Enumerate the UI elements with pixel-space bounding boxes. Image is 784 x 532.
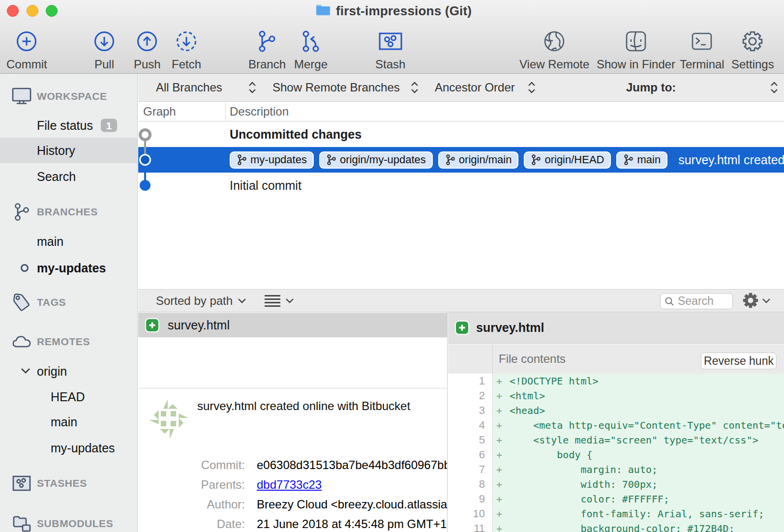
branch-pill-origin-my-updates[interactable]: origin/my-updates <box>319 151 433 169</box>
fetch-icon <box>176 27 197 56</box>
sidebar-section-stashes: STASHES <box>0 471 137 496</box>
remote-filter-stepper-icon[interactable] <box>410 74 420 101</box>
tags-icon <box>12 292 31 313</box>
diff-line[interactable]: 3 +<head> <box>448 403 784 418</box>
gear-icon <box>742 292 759 309</box>
commit-graph <box>138 121 158 198</box>
merge-button[interactable]: Merge <box>294 27 328 71</box>
jump-to-stepper-icon[interactable] <box>769 74 779 101</box>
commit-list: Uncommitted changes my-updates origin/my <box>138 121 784 289</box>
terminal-button[interactable]: Terminal <box>680 27 724 71</box>
sidebar-section-workspace: WORKSPACE <box>0 84 137 109</box>
commit-date-row: Date: 21 June 2018 at 4:45:48 pm GMT+10:… <box>138 514 447 532</box>
diff-line[interactable]: 9 + color: #FFFFFF; <box>448 492 784 506</box>
hunk-header: File contents Reverse hunk <box>448 344 784 374</box>
sidebar-item-branch-main[interactable]: main <box>0 229 137 254</box>
titlebar: first-impressions (Git) <box>0 0 784 22</box>
commit-hash-row: Commit: e06308d31513ba7be44b3df60967bb03… <box>138 455 447 475</box>
commit-row-selected[interactable]: my-updates origin/my-updates origin/main <box>138 147 784 173</box>
sort-dropdown[interactable]: Sorted by path <box>156 294 246 308</box>
settings-button[interactable]: Settings <box>731 27 774 71</box>
sidebar-item-file-status[interactable]: File status 1 <box>0 113 137 138</box>
remote-filter-dropdown[interactable]: Show Remote Branches <box>272 74 400 101</box>
commit-detail-title: survey.html created online with Bitbucke… <box>197 399 410 413</box>
chevron-down-icon[interactable] <box>21 367 30 376</box>
filter-bar: All Branches Show Remote Branches Ancest… <box>138 74 784 102</box>
diff-line[interactable]: 2 +<html> <box>448 388 784 403</box>
column-divider[interactable] <box>225 103 226 120</box>
diff-line[interactable]: 6 + body { <box>448 447 784 462</box>
push-button[interactable]: Push <box>134 27 161 71</box>
file-search-box[interactable] <box>660 293 733 309</box>
bottom-panes: survey.html <box>138 312 784 532</box>
branch-pill-main[interactable]: main <box>616 151 667 169</box>
jump-to-label: Jump to: <box>626 74 676 101</box>
commit-row-uncommitted[interactable]: Uncommitted changes <box>138 121 784 147</box>
fetch-button[interactable]: Fetch <box>172 27 201 71</box>
column-description[interactable]: Description <box>230 102 289 121</box>
workspace-icon <box>12 88 31 105</box>
commit-message: survey.html created online with Bitbucke… <box>678 153 784 167</box>
window-header: first-impressions (Git) Commit Pull <box>0 0 784 74</box>
terminal-icon <box>691 27 713 56</box>
branch-pill-my-updates[interactable]: my-updates <box>230 151 314 169</box>
sidebar-section-remotes: REMOTES <box>0 329 137 355</box>
diff-line[interactable]: 4 + <meta http-equiv="Content-Type" cont… <box>448 418 784 433</box>
stashes-icon <box>12 475 31 492</box>
sidebar-item-branch-my-updates[interactable]: my-updates <box>0 255 137 281</box>
file-list-item[interactable]: survey.html <box>138 313 447 337</box>
commit-parents-row: Parents: dbd7733c23 <box>138 475 447 495</box>
sidebar-item-history[interactable]: History <box>0 138 137 163</box>
list-icon <box>264 295 281 307</box>
sidebar-section-branches: BRANCHES <box>0 199 137 225</box>
reverse-hunk-button[interactable]: Reverse hunk <box>701 353 777 369</box>
close-button[interactable] <box>7 5 19 17</box>
parent-commit-link[interactable]: dbd7733c23 <box>257 478 322 491</box>
sidebar-item-search[interactable]: Search <box>0 164 137 189</box>
author-avatar <box>147 397 190 441</box>
diff-line[interactable]: 10 + font-family: Arial, sans-serif; <box>448 506 784 521</box>
diff-line[interactable]: 1 +<!DOCTYPE html> <box>448 374 784 388</box>
commit-button[interactable]: Commit <box>6 27 47 71</box>
diff-line[interactable]: 5 + <style media="screen" type="text/css… <box>448 433 784 447</box>
column-graph[interactable]: Graph <box>143 102 176 121</box>
branch-filter-stepper-icon[interactable] <box>247 74 257 101</box>
toolbar: Commit Pull Push <box>0 22 784 73</box>
show-in-finder-button[interactable]: Show in Finder <box>597 27 675 71</box>
current-branch-icon <box>21 264 29 272</box>
minimize-button[interactable] <box>27 5 38 17</box>
view-remote-button[interactable]: View Remote <box>519 27 589 71</box>
sidebar-item-origin-main[interactable]: main <box>0 409 137 435</box>
gutter-divider <box>492 344 493 532</box>
gear-icon <box>742 27 763 56</box>
sidebar-item-origin-head[interactable]: HEAD <box>0 384 137 410</box>
finder-icon <box>625 27 647 56</box>
branch-filter-dropdown[interactable]: All Branches <box>156 74 222 101</box>
sidebar: WORKSPACE File status 1 History Search B… <box>0 74 138 532</box>
sidebar-section-tags: TAGS <box>0 290 137 315</box>
diff-line[interactable]: 8 + width: 700px; <box>448 477 784 492</box>
diff-options-button[interactable] <box>742 292 771 309</box>
order-filter-stepper-icon[interactable] <box>527 74 537 101</box>
branch-button[interactable]: Branch <box>248 27 286 71</box>
diff-file-header[interactable]: survey.html <box>448 312 784 344</box>
branch-pill-origin-main[interactable]: origin/main <box>438 151 519 169</box>
stash-button[interactable]: Stash <box>375 27 405 71</box>
submodules-icon <box>12 514 31 532</box>
zoom-button[interactable] <box>46 5 58 17</box>
file-added-icon <box>145 318 159 332</box>
diff-line[interactable]: 7 + margin: auto; <box>448 462 784 477</box>
merge-icon <box>299 27 323 56</box>
sidebar-item-origin[interactable]: origin <box>0 358 137 384</box>
chevron-down-icon <box>285 298 294 303</box>
view-options-dropdown[interactable] <box>264 295 294 307</box>
branch-pill-origin-head[interactable]: origin/HEAD <box>524 151 611 169</box>
commit-icon <box>16 27 37 56</box>
globe-icon <box>543 27 566 56</box>
file-search-input[interactable] <box>678 295 727 308</box>
order-filter-dropdown[interactable]: Ancestor Order <box>435 74 515 101</box>
diff-line[interactable]: 11 + background-color: #172B4D; <box>448 521 784 532</box>
sidebar-item-origin-my-updates[interactable]: my-updates <box>0 435 137 461</box>
commit-row-initial[interactable]: Initial commit <box>138 173 784 198</box>
pull-button[interactable]: Pull <box>93 27 115 71</box>
